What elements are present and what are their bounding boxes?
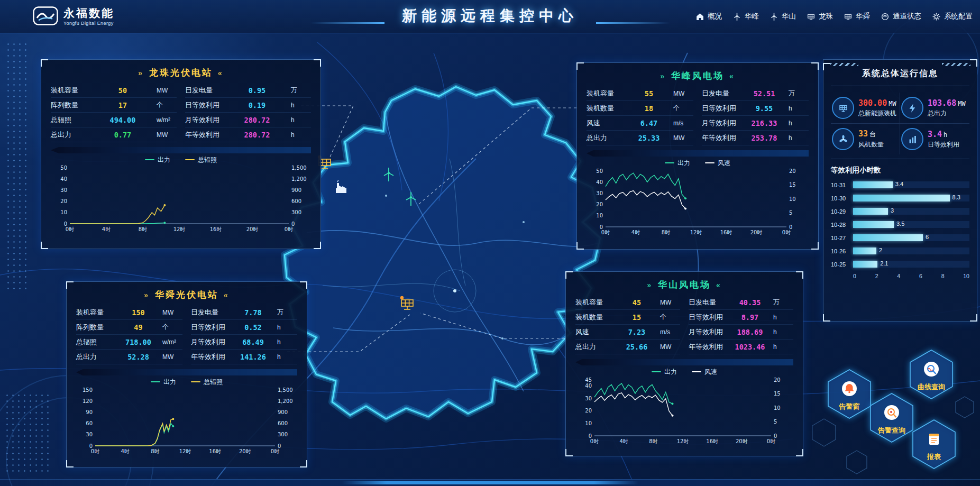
map-factory-icon	[333, 180, 349, 198]
title-deco-left: »	[138, 69, 144, 77]
fan-icon	[832, 128, 854, 150]
title-decoration-left	[310, 22, 384, 24]
nav-item-huafeng[interactable]: 华峰	[732, 12, 759, 21]
stat-label: 总出力	[575, 342, 617, 352]
stat-unit: w/m²	[159, 338, 182, 346]
svg-text:900: 900	[278, 409, 288, 415]
svg-text:告警窗: 告警窗	[839, 402, 860, 410]
title-decoration-right	[596, 22, 670, 24]
stat-row: 月等效利用68.49h	[191, 335, 297, 350]
stat-value: 7.78	[232, 308, 274, 317]
nav-item-huashun[interactable]: 华舜	[844, 12, 870, 21]
svg-text:10: 10	[774, 405, 781, 411]
map-wind-turbine-icon-2[interactable]	[404, 190, 418, 209]
stat-unit: MW	[159, 353, 182, 361]
stat-row: 风速6.47m/s	[587, 116, 693, 131]
main-nav: 概况 华峰 华山 龙珠 华舜 通道状态	[695, 0, 973, 33]
svg-text:20: 20	[60, 198, 67, 204]
stat-label: 阵列数量	[76, 323, 117, 332]
station-title: »华峰风电场«	[587, 68, 809, 84]
stat-unit: MW	[657, 299, 680, 306]
stat-unit: MW	[153, 131, 177, 139]
nav-item-system-config[interactable]: 系统配置	[932, 12, 973, 21]
stat-value: 494.00	[92, 116, 153, 124]
stat-row: 月等效利用188.69h	[689, 325, 793, 340]
svg-text:10: 10	[596, 213, 603, 218]
svg-text:150: 150	[83, 387, 93, 393]
svg-text:40: 40	[585, 383, 592, 389]
stat-value: 0.52	[232, 323, 274, 332]
title-deco-left: »	[660, 72, 666, 80]
curve-search-icon	[924, 362, 939, 377]
stat-row: 装机容量45MW	[575, 295, 680, 310]
nav-item-longzhu[interactable]: 龙珠	[807, 12, 833, 21]
solar-panel-icon	[807, 12, 816, 21]
nav-item-channel-status[interactable]: 通道状态	[881, 12, 921, 21]
station-title: »华山风电场«	[575, 277, 793, 293]
stat-unit: h	[770, 343, 793, 351]
svg-text:4时: 4时	[102, 226, 111, 232]
alarm-search-icon	[884, 405, 899, 420]
system-stat-value: 33台	[858, 129, 884, 139]
svg-text:1,200: 1,200	[291, 176, 307, 182]
page-title: 新能源远程集控中心	[402, 6, 578, 26]
alarm-icon	[842, 381, 857, 396]
stat-value: 25.66	[617, 343, 657, 351]
stat-value: 280.72	[226, 131, 288, 139]
map-wind-turbine-icon-1[interactable]	[382, 166, 396, 185]
stat-value: 188.69	[730, 328, 770, 336]
stat-value: 68.49	[232, 338, 274, 346]
stat-row: 装机容量50MW	[51, 83, 177, 98]
system-stat-value: 103.68MW	[928, 98, 966, 108]
footer-glow	[342, 481, 638, 484]
svg-text:20: 20	[774, 377, 781, 383]
nav-item-huashan[interactable]: 华山	[770, 12, 796, 21]
svg-text:20时: 20时	[246, 226, 259, 232]
stat-label: 装机容量	[587, 89, 628, 98]
stat-row: 日等效利用9.55h	[702, 101, 809, 116]
gear-icon	[932, 12, 941, 21]
bar-chart-icon	[901, 128, 923, 150]
svg-text:曲线查询: 曲线查询	[918, 383, 945, 391]
stat-label: 阵列数量	[51, 100, 92, 110]
stat-label: 月等效利用	[185, 115, 226, 125]
action-alarm-query[interactable]: 告警查询	[871, 393, 913, 442]
bar-row: 10-276	[831, 231, 969, 244]
station-stats: 装机容量50MW 阵列数量17个 总辐照494.00w/m² 总出力0.77MW…	[51, 83, 311, 142]
title-deco-left: »	[144, 291, 150, 299]
map-solar-station-icon-huashun[interactable]	[398, 295, 417, 314]
action-curve-query[interactable]: 曲线查询	[910, 350, 952, 399]
svg-text:0: 0	[278, 443, 281, 449]
bar-row: 10-308.3	[831, 191, 969, 205]
svg-text:12时: 12时	[677, 438, 689, 444]
logo-icon	[33, 6, 58, 26]
station-day-chart: 01020304045051015200时4时8时12时16时20时0时	[575, 377, 793, 444]
legend-item: 风速	[705, 159, 730, 168]
stat-row: 总出力25.66MW	[575, 340, 680, 354]
station-day-chart: 01020304050051015200时4时8时12时16时20时0时	[587, 168, 809, 235]
svg-text:4时: 4时	[631, 230, 640, 235]
action-report[interactable]: 报表	[913, 420, 955, 469]
stat-value: 8.97	[730, 313, 770, 322]
stat-value: 216.33	[743, 119, 785, 127]
svg-text:5: 5	[774, 419, 777, 425]
svg-text:4时: 4时	[619, 438, 628, 444]
stat-label: 总出力	[51, 130, 92, 140]
nav-item-overview[interactable]: 概况	[695, 12, 722, 21]
svg-text:16时: 16时	[209, 448, 221, 454]
stat-row: 日等效利用0.52h	[191, 320, 297, 335]
dashboard: 永福数能 Yongfu Digital Energy 新能源远程集控中心 概况 …	[0, 0, 980, 486]
stat-unit: h	[785, 105, 809, 112]
svg-text:0: 0	[600, 224, 603, 230]
stat-label: 日等效利用	[191, 323, 232, 332]
stat-unit: h	[770, 314, 793, 321]
stat-value: 9.55	[743, 104, 785, 113]
stat-row: 年等效利用280.72h	[185, 127, 311, 142]
decor-hexagon	[812, 419, 836, 446]
stat-unit: 万	[785, 89, 809, 98]
channel-icon	[881, 12, 890, 21]
station-stats: 装机容量45MW 装机数量15个 风速7.23m/s 总出力25.66MW 日发…	[575, 295, 793, 354]
stat-unit: 个	[657, 313, 680, 322]
action-alarm-window[interactable]: 告警窗	[828, 370, 871, 418]
svg-text:600: 600	[291, 198, 301, 204]
